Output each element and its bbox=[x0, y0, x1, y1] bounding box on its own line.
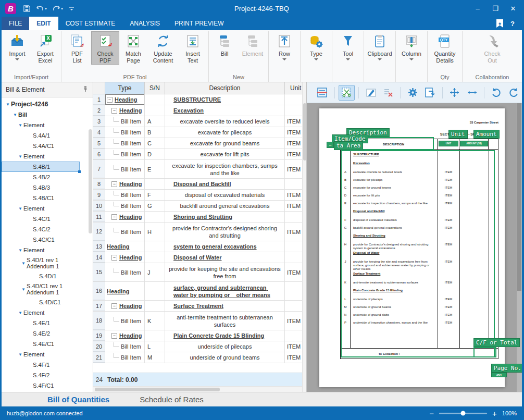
row-number[interactable]: 3 bbox=[93, 116, 105, 127]
redo-dropdown-caret[interactable]: ▾ bbox=[61, 6, 63, 11]
row-number[interactable]: 20 bbox=[93, 341, 105, 352]
row-number[interactable]: 15 bbox=[93, 263, 105, 281]
pencil-icon[interactable] bbox=[80, 351, 86, 358]
row-type-cell[interactable]: −Heading bbox=[105, 94, 145, 105]
row-type-cell[interactable]: Bill Item bbox=[105, 190, 145, 200]
row-unit-cell[interactable] bbox=[285, 94, 302, 105]
row-number[interactable]: 2 bbox=[93, 105, 105, 116]
pdf-list-button[interactable]: ⊿ PDF List bbox=[63, 31, 91, 64]
data-area-dots[interactable]: ... bbox=[327, 142, 334, 148]
row-sn-cell[interactable]: L bbox=[145, 341, 165, 352]
row-number[interactable]: 8 bbox=[93, 179, 105, 189]
unit-header-highlight[interactable]: UNIT bbox=[439, 141, 458, 146]
table-row[interactable]: 19 −Heading Plain Concrete Grade 15 Blin… bbox=[93, 330, 302, 341]
row-number[interactable]: 18 bbox=[93, 312, 105, 330]
row-number[interactable]: 4 bbox=[93, 127, 105, 138]
row-description-cell[interactable]: Disposal and Backfill bbox=[165, 179, 285, 189]
column-button[interactable]: Column bbox=[397, 31, 426, 60]
row-number[interactable]: 12 bbox=[93, 223, 105, 241]
row-sn-cell[interactable] bbox=[145, 105, 165, 116]
row-unit-cell[interactable]: ITEM bbox=[285, 223, 302, 241]
collapse-icon[interactable]: − bbox=[111, 108, 117, 114]
table-row[interactable]: 7 Bill Item E excavate for inspection ch… bbox=[93, 160, 302, 179]
row-unit-cell[interactable]: ITEM bbox=[285, 116, 302, 127]
tree-expand-arrow[interactable]: ▼ bbox=[18, 248, 23, 253]
tree-item[interactable]: ▼ Project-4246 bbox=[2, 99, 93, 109]
cf-total-label[interactable]: C/F or Total bbox=[473, 338, 520, 347]
undo-button[interactable]: ▾ bbox=[34, 5, 48, 12]
row-sn-cell[interactable] bbox=[145, 212, 165, 222]
zoom-slider[interactable] bbox=[439, 413, 487, 414]
row-unit-cell[interactable]: ITEM bbox=[285, 160, 302, 178]
row-type-cell[interactable]: Bill Item bbox=[105, 160, 145, 178]
snip-button[interactable] bbox=[339, 85, 355, 101]
tree-item[interactable]: ▼ Element bbox=[2, 151, 93, 162]
row-unit-cell[interactable]: ITEM bbox=[285, 312, 302, 330]
table-row[interactable]: 3 Bill Item A excavate oversite to reduc… bbox=[93, 116, 302, 127]
tool-button[interactable]: Tool bbox=[334, 31, 362, 60]
tree-item[interactable]: ▼ Bill bbox=[2, 109, 93, 120]
tree-item[interactable]: ▼ Element bbox=[2, 245, 93, 255]
zoom-in-button[interactable]: + bbox=[492, 409, 497, 418]
tree-item[interactable]: S.4C/1 bbox=[2, 214, 93, 224]
row-description-cell[interactable]: system to general excavations bbox=[165, 241, 285, 252]
collapse-icon[interactable]: − bbox=[111, 181, 117, 187]
row-unit-cell[interactable] bbox=[285, 105, 302, 116]
collapse-icon[interactable]: − bbox=[111, 333, 117, 339]
tree-expand-arrow[interactable]: ▼ bbox=[21, 261, 27, 266]
row-unit-cell[interactable] bbox=[285, 241, 302, 252]
row-number[interactable]: 19 bbox=[93, 330, 105, 341]
row-sn-cell[interactable]: J bbox=[145, 263, 165, 281]
maximize-button[interactable]: ❐ bbox=[486, 0, 504, 17]
export-excel-button[interactable]: X Export Excel bbox=[31, 31, 59, 64]
rotate-left-button[interactable] bbox=[488, 85, 505, 101]
update-content-button[interactable]: Update Content bbox=[147, 31, 179, 64]
row-type-cell[interactable]: Heading bbox=[105, 241, 145, 252]
row-type-cell[interactable]: Bill Item bbox=[105, 263, 145, 281]
tree-item[interactable]: ▼ Element bbox=[2, 349, 93, 360]
row-type-cell[interactable]: Heading bbox=[105, 282, 145, 300]
zoom-out-button[interactable]: − bbox=[429, 409, 434, 418]
table-row[interactable]: 2 −Heading Excavation bbox=[93, 105, 302, 116]
table-row[interactable]: 5 Bill Item C excavate for ground beams … bbox=[93, 138, 302, 149]
tab-file[interactable]: FILE bbox=[2, 17, 29, 30]
row-type-cell[interactable]: Bill Item bbox=[105, 149, 145, 159]
type-button[interactable]: Type bbox=[302, 31, 330, 60]
row-sn-cell[interactable]: C bbox=[145, 138, 165, 149]
pencil-icon[interactable] bbox=[80, 122, 86, 129]
row-type-cell[interactable]: Bill Item bbox=[105, 127, 145, 138]
collapse-icon[interactable]: − bbox=[111, 303, 117, 309]
tree-expand-arrow[interactable]: ▼ bbox=[6, 102, 11, 107]
minimize-button[interactable]: – bbox=[469, 0, 486, 17]
data-area-label[interactable]: ta Area bbox=[334, 141, 363, 150]
row-description-cell[interactable]: surface, ground and subterranean water b… bbox=[165, 282, 285, 300]
tree-expand-arrow[interactable]: ▼ bbox=[18, 311, 23, 315]
row-sn-cell[interactable]: K bbox=[145, 312, 165, 330]
close-button[interactable]: ✕ bbox=[504, 0, 522, 17]
settings-button[interactable] bbox=[404, 85, 421, 101]
row-unit-cell[interactable] bbox=[285, 252, 302, 263]
row-number[interactable]: 11 bbox=[93, 212, 105, 222]
tree-item[interactable]: S.4F/1 bbox=[2, 360, 93, 370]
row-button[interactable]: Row bbox=[270, 31, 298, 60]
table-row[interactable]: 11 −Heading Shoring and Strutting bbox=[93, 212, 302, 223]
row-type-cell[interactable]: −Heading bbox=[105, 301, 145, 311]
row-description-cell[interactable]: Excavation bbox=[165, 105, 285, 116]
tree-expand-arrow[interactable]: ▼ bbox=[18, 206, 23, 211]
row-description-cell[interactable]: SUBSTRUCTURE bbox=[165, 94, 285, 105]
column-dropdown-caret[interactable] bbox=[409, 58, 414, 60]
undo-dropdown-caret[interactable]: ▾ bbox=[45, 6, 47, 11]
table-row[interactable]: 20 Bill Item L underside of pilecaps ITE… bbox=[93, 341, 302, 352]
row-description-cell[interactable]: provide for keeping the site and excavat… bbox=[165, 263, 285, 281]
tree-item[interactable]: S.4B/3 bbox=[2, 182, 93, 193]
row-description-cell[interactable]: excavate for inspection chambers, sumps … bbox=[165, 160, 285, 178]
row-description-cell[interactable]: excavate for lift pits bbox=[165, 149, 285, 159]
tree-expand-arrow[interactable]: ▼ bbox=[21, 287, 27, 292]
tree-item[interactable]: ▼ Element bbox=[2, 307, 93, 318]
row-description-cell[interactable]: backfill around general excavations bbox=[165, 201, 285, 211]
table-row[interactable]: 17 −Heading Surface Treatment bbox=[93, 301, 302, 312]
table-row[interactable]: 13 Heading system to general excavations bbox=[93, 241, 302, 252]
pencil-icon[interactable] bbox=[80, 247, 86, 254]
column-header-description[interactable]: Description bbox=[165, 82, 285, 94]
tab-schedule-of-rates[interactable]: Schedule of Rates bbox=[140, 395, 204, 404]
